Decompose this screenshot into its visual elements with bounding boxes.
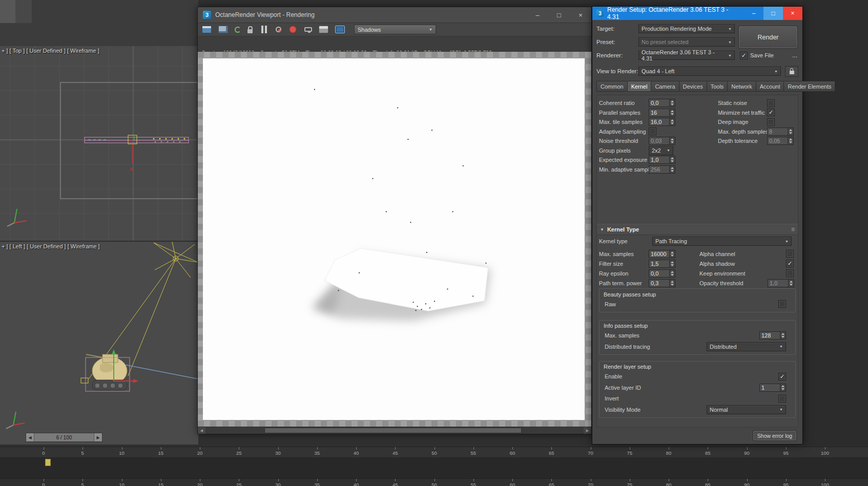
show-error-log-button[interactable]: Show error log [753, 431, 796, 440]
copy-image-icon[interactable] [218, 26, 228, 33]
lock-resolution-icon[interactable] [247, 29, 253, 33]
spinner-field[interactable]: 8 [767, 128, 794, 136]
renderer-dropdown[interactable]: OctaneRender 3.06 TEST 3 - 4.31 ▼ [638, 51, 735, 60]
spinner-arrows-icon[interactable] [788, 280, 794, 287]
spinner-field[interactable]: 0,05 [767, 137, 794, 145]
checkbox[interactable] [778, 300, 786, 308]
spinner-field[interactable]: 16,0 [649, 118, 675, 126]
kernel-type-section-header[interactable]: ▼ Kernel Type ≡ [597, 224, 798, 235]
close-button[interactable]: × [783, 7, 802, 20]
spinner-field[interactable]: 16000 [649, 250, 675, 258]
previous-frame-button[interactable]: ◀ [26, 433, 34, 441]
checkbox[interactable]: ✓ [778, 373, 786, 381]
keyframe-marker[interactable] [45, 459, 51, 466]
checkbox[interactable] [786, 269, 794, 277]
spinner-field[interactable]: 0,03 [649, 137, 675, 145]
spinner-arrows-icon[interactable] [780, 332, 786, 339]
dropdown[interactable]: 2x2▼ [649, 146, 673, 155]
section-menu-icon[interactable]: ≡ [791, 226, 795, 233]
tab-tools[interactable]: Tools [707, 81, 728, 92]
tab-common[interactable]: Common [596, 81, 627, 92]
render-canvas[interactable] [198, 52, 591, 427]
restart-render-icon[interactable] [235, 27, 241, 33]
lock-view-button[interactable] [785, 66, 798, 77]
spinner-field[interactable]: 256 [649, 165, 675, 174]
horizontal-scrollbar[interactable]: ◀ ▶ [198, 427, 591, 434]
spinner-arrows-icon[interactable] [788, 137, 793, 144]
track-bar-ruler-bottom[interactable]: 0510152025303540455055606570758085909510… [0, 478, 868, 486]
save-file-browse-button[interactable]: ... [792, 52, 798, 59]
viewport-top-label[interactable]: + ] [ Top ] [ User Defined ] [ Wireframe… [2, 48, 99, 54]
view-to-render-dropdown[interactable]: Quad 4 - Left ▼ [638, 67, 781, 76]
time-slider[interactable]: ◀ 6 / 100 ▶ [26, 433, 102, 442]
viewport-left-label[interactable]: + ] [ Left ] [ User Defined ] [ Wirefram… [2, 243, 100, 249]
spinner-field[interactable]: 16 [649, 109, 675, 117]
spinner-field[interactable]: 1 [759, 384, 786, 392]
monitor-icon[interactable] [304, 27, 312, 32]
tab-network[interactable]: Network [727, 81, 755, 92]
spinner-arrows-icon[interactable] [669, 250, 675, 258]
tab-render-elements[interactable]: Render Elements [783, 81, 835, 92]
spinner-field[interactable]: 1,0 [768, 279, 794, 287]
spinner-arrows-icon[interactable] [780, 384, 786, 391]
maximize-button[interactable]: □ [548, 7, 570, 23]
spinner-field[interactable]: 1,5 [649, 260, 675, 268]
current-frame-label[interactable]: 6 / 100 [34, 433, 94, 441]
next-frame-button[interactable]: ▶ [94, 433, 102, 441]
spinner-field[interactable]: 1,0 [649, 156, 675, 164]
spinner-arrows-icon[interactable] [669, 166, 675, 173]
spinner-field[interactable]: 128 [759, 331, 786, 340]
kernel-type-dropdown[interactable]: Path Tracing ▼ [652, 237, 792, 246]
checkbox[interactable]: ✓ [767, 109, 775, 116]
tab-kernel[interactable]: Kernel [627, 81, 651, 92]
spinner-field[interactable]: 0,3 [649, 279, 675, 287]
active-camera-icon[interactable] [335, 26, 345, 33]
checkbox[interactable]: ✓ [786, 260, 794, 267]
tab-devices[interactable]: Devices [679, 81, 707, 92]
spinner-arrows-icon[interactable] [669, 137, 675, 144]
minimize-button[interactable]: – [744, 7, 763, 20]
track-bar-ruler[interactable]: 0510152025303540455055606570758085909510… [0, 447, 868, 458]
save-file-checkbox[interactable]: ✓ [740, 52, 748, 59]
scroll-right-button[interactable]: ▶ [584, 427, 591, 434]
close-button[interactable]: × [570, 7, 591, 23]
spinner-arrows-icon[interactable] [669, 156, 675, 163]
octane-title-bar[interactable]: 3 OctaneRender Viewport - Rendering – □ … [198, 7, 591, 23]
spinner-field[interactable]: 0,0 [649, 269, 675, 278]
spinner-arrows-icon[interactable] [669, 270, 675, 277]
viewport-left-view[interactable]: + ] [ Left ] [ User Defined ] [ Wirefram… [0, 242, 198, 445]
scrollbar-thumb[interactable] [264, 428, 522, 433]
checkbox[interactable] [649, 128, 656, 135]
spinner-field[interactable]: 0,0 [649, 99, 675, 107]
shadows-dropdown[interactable]: Shadows ▼ [354, 25, 436, 34]
dropdown[interactable]: Distributed▼ [707, 342, 786, 351]
render-priority-icon[interactable] [288, 26, 298, 33]
tab-camera[interactable]: Camera [651, 81, 678, 92]
spinner-arrows-icon[interactable] [788, 128, 793, 135]
render-setup-title-bar[interactable]: 3 Render Setup: OctaneRender 3.06 TEST 3… [592, 7, 802, 20]
tab-account[interactable]: Account [756, 81, 784, 92]
checkbox[interactable] [767, 118, 775, 126]
checkbox[interactable] [786, 250, 794, 258]
spinner-arrows-icon[interactable] [669, 118, 675, 125]
spinner-arrows-icon[interactable] [669, 99, 675, 107]
maximize-button[interactable]: □ [763, 7, 783, 20]
dropdown[interactable]: Normal▼ [707, 405, 786, 414]
scroll-left-button[interactable]: ◀ [198, 427, 205, 434]
viewport-top[interactable]: X + ] [ Top ] [ User Defined ] [ Wirefra… [0, 46, 198, 242]
checkbox[interactable] [778, 395, 786, 403]
save-icon[interactable] [202, 26, 212, 33]
minimize-button[interactable]: – [527, 7, 548, 23]
checkbox[interactable] [767, 99, 775, 107]
print-icon[interactable] [319, 26, 328, 33]
spinner-arrows-icon[interactable] [669, 260, 675, 267]
focus-picker-icon[interactable] [276, 27, 281, 32]
scrollbar-track[interactable] [205, 427, 584, 434]
spinner-arrows-icon[interactable] [669, 280, 675, 287]
max-toolbar-remnant [0, 0, 198, 46]
spinner-arrows-icon[interactable] [669, 109, 675, 116]
preset-dropdown[interactable]: No preset selected ▼ [638, 37, 735, 47]
pause-render-icon[interactable] [259, 26, 269, 33]
render-button[interactable]: Render [739, 26, 797, 48]
target-dropdown[interactable]: Production Rendering Mode ▼ [638, 24, 735, 33]
